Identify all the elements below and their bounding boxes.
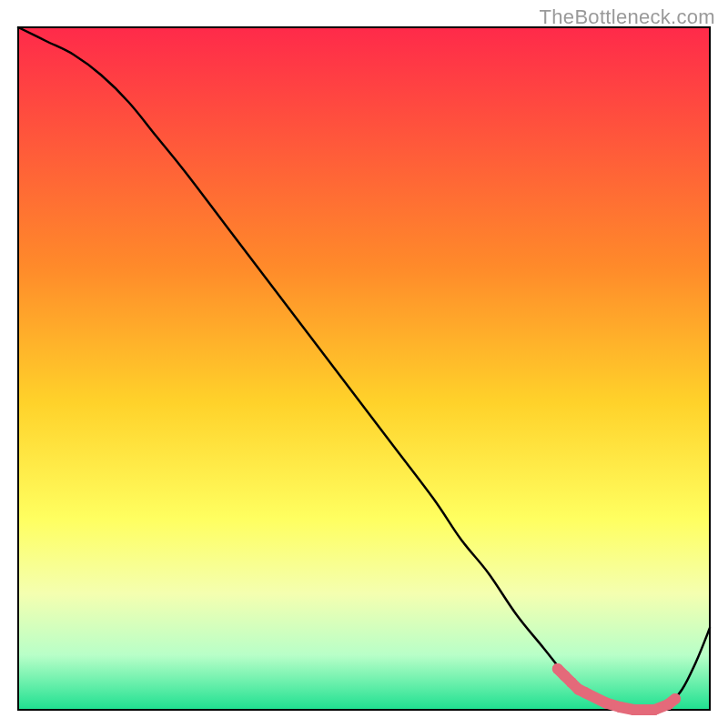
marker-dot [670, 693, 681, 704]
plot-area [18, 27, 710, 710]
bottleneck-chart [0, 0, 728, 728]
attribution-label: TheBottleneck.com [540, 5, 715, 29]
chart-container: TheBottleneck.com [0, 0, 728, 728]
marker-dot [628, 704, 639, 715]
marker-dot [601, 698, 612, 709]
marker-dot [649, 704, 660, 715]
marker-dot [580, 687, 591, 698]
marker-dot [614, 702, 625, 713]
